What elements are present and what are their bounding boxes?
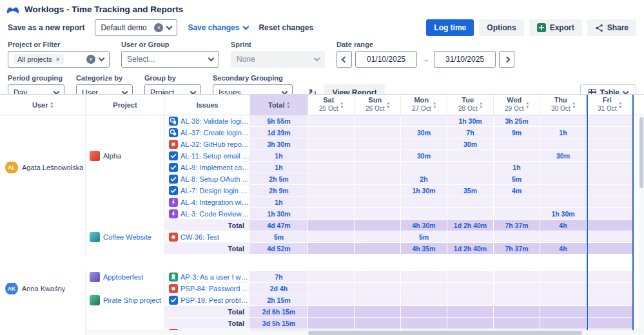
day-cell[interactable]	[587, 208, 633, 220]
day-cell[interactable]	[401, 139, 447, 150]
day-cell[interactable]	[587, 283, 633, 294]
day-cell[interactable]	[494, 139, 540, 150]
day-cell[interactable]	[540, 139, 587, 150]
day-cell[interactable]	[447, 231, 494, 243]
day-cell[interactable]	[355, 318, 401, 329]
day-cell[interactable]	[401, 115, 447, 127]
day-cell[interactable]	[308, 243, 355, 254]
day-cell[interactable]	[540, 306, 587, 318]
day-cell[interactable]: 35m	[447, 185, 494, 196]
issue-link[interactable]: AL-8: Setup OAuth 2.0 a...	[181, 175, 249, 183]
day-cell[interactable]	[308, 318, 355, 329]
export-button[interactable]: Export	[529, 19, 582, 36]
clear-report-icon[interactable]: ×	[154, 23, 163, 32]
day-cell[interactable]	[587, 220, 633, 231]
day-cell[interactable]	[308, 127, 355, 139]
day-cell[interactable]	[401, 208, 447, 220]
day-cell[interactable]	[355, 115, 401, 127]
day-cell[interactable]	[355, 231, 401, 243]
issue-link[interactable]: PSP-84: Password is reje...	[181, 285, 249, 292]
issue-link[interactable]: AL-11: Setup email templ...	[181, 152, 249, 160]
day-cell[interactable]	[308, 196, 355, 208]
day-cell[interactable]	[494, 196, 540, 208]
day-cell[interactable]	[355, 294, 401, 306]
col-header-day-tue[interactable]: Tue28 Oct	[447, 95, 494, 115]
day-cell[interactable]	[355, 243, 401, 254]
day-cell[interactable]	[401, 271, 447, 283]
reset-changes-button[interactable]: Reset changes	[259, 23, 313, 32]
day-cell[interactable]	[540, 196, 587, 208]
options-button[interactable]: Options	[479, 19, 523, 36]
project-name[interactable]: Pirate Ship project	[103, 296, 161, 304]
day-cell[interactable]	[494, 231, 540, 243]
col-header-day-fri[interactable]: Fri31 Oct	[587, 95, 633, 115]
day-cell[interactable]	[401, 318, 447, 329]
day-cell[interactable]: 1h	[540, 127, 587, 139]
day-cell[interactable]	[401, 294, 447, 306]
day-cell[interactable]	[447, 173, 494, 185]
day-cell[interactable]	[540, 162, 587, 173]
day-cell[interactable]	[494, 208, 540, 220]
day-cell[interactable]	[355, 271, 401, 283]
day-cell[interactable]	[308, 185, 355, 196]
day-cell[interactable]	[587, 185, 633, 196]
horizontal-scrollbar-thumb[interactable]	[308, 331, 582, 335]
day-cell[interactable]	[308, 115, 355, 127]
day-cell[interactable]	[587, 271, 633, 283]
day-cell[interactable]	[494, 306, 540, 318]
day-cell[interactable]	[540, 294, 587, 306]
day-cell[interactable]: 30m	[401, 150, 447, 162]
user-filter-select[interactable]: Select...	[121, 51, 219, 68]
day-cell[interactable]: 5m	[494, 173, 540, 185]
issue-link[interactable]: AP-3: As a user I want to...	[181, 273, 249, 281]
issue-link[interactable]: AL-38: Validate login inp...	[181, 117, 249, 125]
day-cell[interactable]	[308, 139, 355, 150]
day-cell[interactable]	[494, 294, 540, 306]
day-cell[interactable]: 4h 35m	[401, 243, 447, 254]
col-header-day-sun[interactable]: Sun26 Oct	[355, 95, 401, 115]
col-header-day-mon[interactable]: Mon27 Oct	[401, 95, 447, 115]
issue-link[interactable]: AL-7: Design login and r...	[181, 187, 249, 195]
day-cell[interactable]	[540, 185, 587, 196]
day-cell[interactable]	[355, 208, 401, 220]
day-cell[interactable]: 1d 2h 40m	[447, 243, 494, 254]
day-cell[interactable]	[587, 243, 633, 254]
day-cell[interactable]	[587, 196, 633, 208]
day-cell[interactable]	[355, 185, 401, 196]
remove-chip-icon[interactable]: ×	[56, 56, 60, 63]
day-cell[interactable]	[308, 283, 355, 294]
day-cell[interactable]	[447, 271, 494, 283]
day-cell[interactable]: 4h	[540, 220, 587, 231]
vertical-scrollbar-thumb[interactable]	[639, 117, 643, 188]
day-cell[interactable]	[447, 162, 494, 173]
day-cell[interactable]	[355, 150, 401, 162]
day-cell[interactable]	[587, 173, 633, 185]
day-cell[interactable]: 4h	[540, 243, 587, 254]
day-cell[interactable]	[540, 318, 587, 329]
next-period-button[interactable]	[499, 51, 514, 68]
date-to-input[interactable]	[434, 51, 496, 68]
project-name[interactable]: Apptoberfest	[103, 273, 143, 281]
day-cell[interactable]	[587, 162, 633, 173]
day-cell[interactable]	[587, 127, 633, 139]
day-cell[interactable]: 1h 30m	[447, 115, 494, 127]
day-cell[interactable]	[401, 162, 447, 173]
day-cell[interactable]: 9m	[494, 127, 540, 139]
day-cell[interactable]	[308, 220, 355, 231]
issue-link[interactable]: AL-3: Code Review Inter...	[181, 210, 249, 218]
day-cell[interactable]	[540, 283, 587, 294]
col-header-user[interactable]: User	[0, 95, 86, 115]
day-cell[interactable]	[587, 306, 633, 318]
day-cell[interactable]	[540, 173, 587, 185]
day-cell[interactable]	[587, 150, 633, 162]
day-cell[interactable]: 2h	[401, 173, 447, 185]
day-cell[interactable]	[355, 162, 401, 173]
day-cell[interactable]	[355, 173, 401, 185]
clear-filter-icon[interactable]: ×	[86, 55, 95, 64]
log-time-button[interactable]: Log time	[426, 19, 474, 36]
issue-link[interactable]: AL-9: Implement comm...	[181, 164, 249, 171]
col-header-project[interactable]: Project	[86, 95, 165, 115]
day-cell[interactable]	[355, 306, 401, 318]
day-cell[interactable]: 7h 37m	[494, 220, 540, 231]
day-cell[interactable]	[355, 220, 401, 231]
